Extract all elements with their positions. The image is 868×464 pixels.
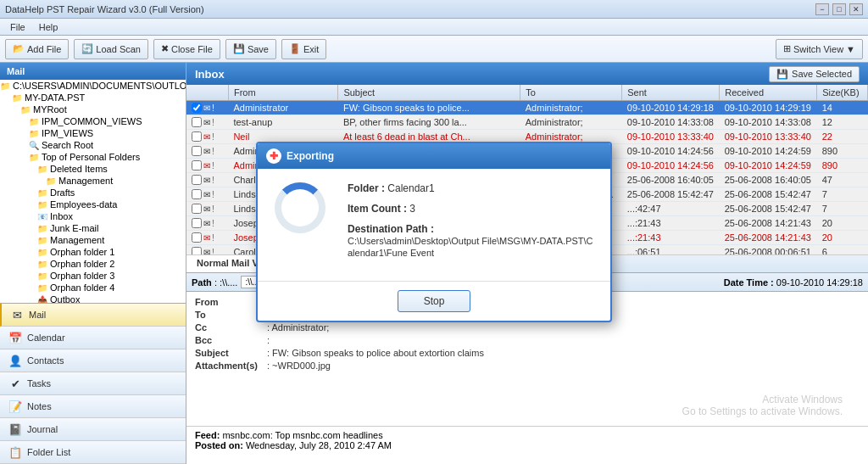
dialog-overlay: ✚ Exporting Folder : Calendar1 Item Coun… bbox=[0, 0, 868, 464]
dialog-title-text: Exporting bbox=[287, 150, 334, 162]
dialog-body: Folder : Calendar1 Item Count : 3 Destin… bbox=[258, 169, 610, 281]
dialog-footer: Stop bbox=[258, 281, 610, 321]
stop-button[interactable]: Stop bbox=[398, 290, 471, 312]
dialog-item-count-row: Item Count : 3 bbox=[348, 203, 593, 215]
dialog-folder-row: Folder : Calendar1 bbox=[348, 182, 593, 194]
dialog-title-icon: ✚ bbox=[266, 148, 281, 164]
exporting-dialog: ✚ Exporting Folder : Calendar1 Item Coun… bbox=[256, 142, 612, 322]
dialog-spinner bbox=[275, 182, 334, 242]
dialog-dest-path-row: Destination Path : C:\Users\admin\Deskto… bbox=[348, 223, 593, 259]
dialog-info: Folder : Calendar1 Item Count : 3 Destin… bbox=[348, 182, 593, 267]
dialog-title-bar: ✚ Exporting bbox=[258, 143, 610, 169]
spinner-ring bbox=[275, 182, 326, 233]
